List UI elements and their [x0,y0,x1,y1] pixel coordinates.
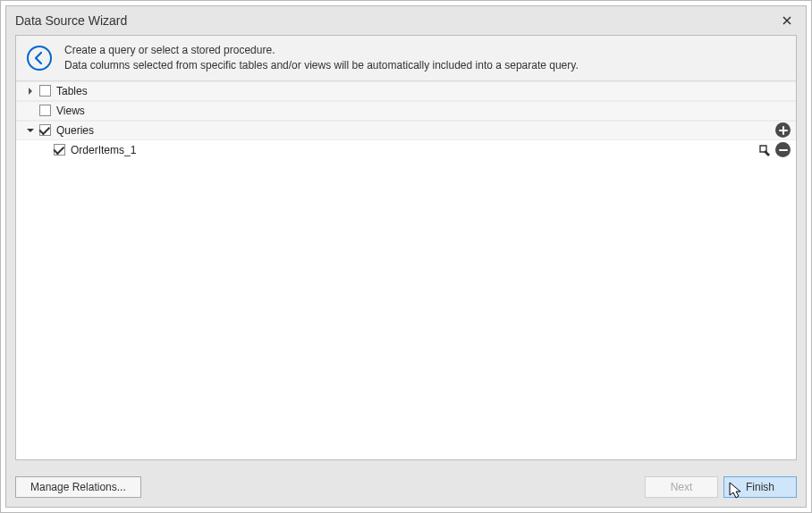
chevron-down-icon [27,127,34,134]
edit-query-icon [757,143,772,157]
tree-category-tables[interactable]: Tables [16,81,796,101]
checkbox-views[interactable] [39,105,51,116]
label-tables: Tables [56,85,88,97]
checkbox-tables[interactable] [39,85,51,97]
manage-relations-button[interactable]: Manage Relations... [15,476,141,498]
remove-query-button[interactable] [775,142,791,157]
add-query-button[interactable] [775,122,791,138]
wizard-outer-frame: Data Source Wizard Create a query or sel… [0,0,812,513]
label-views: Views [56,105,85,117]
tree-category-views[interactable]: Views [16,101,796,121]
remove-icon [779,146,788,155]
tree-item-query[interactable]: OrderItems_1 [16,140,796,160]
hint-panel: Create a query or select a stored proced… [16,36,796,81]
finish-button[interactable]: Finish [723,476,797,498]
back-icon [32,51,47,65]
add-icon [779,126,788,135]
close-icon [782,16,791,25]
back-button[interactable] [27,46,52,71]
tree-category-queries[interactable]: Queries [16,121,796,140]
label-query-item: OrderItems_1 [71,144,136,156]
checkbox-query-item[interactable] [54,144,65,156]
schema-tree[interactable]: Tables Views Queries [16,81,796,459]
label-queries: Queries [56,124,94,137]
titlebar: Data Source Wizard [6,6,806,35]
hint-line2: Data columns selected from specific tabl… [64,58,579,73]
hint-text: Create a query or select a stored proced… [64,43,579,73]
edit-query-button[interactable] [757,142,772,157]
expander-tables[interactable] [25,86,36,97]
wizard-window: Data Source Wizard Create a query or sel… [5,5,807,508]
next-button: Next [645,476,718,498]
close-button[interactable] [777,12,797,29]
chevron-right-icon [27,88,34,95]
hint-line1: Create a query or select a stored proced… [64,43,579,58]
wizard-footer: Manage Relations... Next Finish [6,469,806,507]
expander-queries[interactable] [25,125,36,136]
wizard-body: Create a query or select a stored proced… [15,35,797,460]
window-title: Data Source Wizard [15,13,777,28]
checkbox-queries[interactable] [39,124,51,136]
